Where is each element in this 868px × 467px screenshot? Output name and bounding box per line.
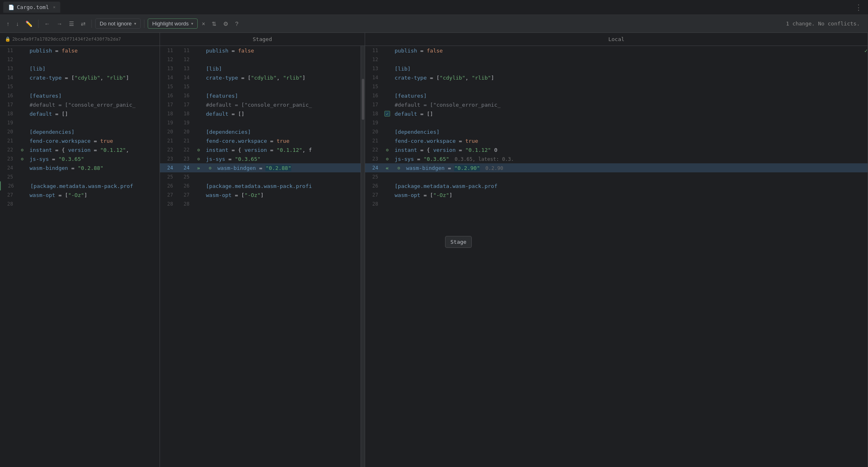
left-panel-header: 🔒 2bca4a9f7a17829dcc63f71434f2ef430f7b2d…	[0, 33, 160, 46]
up-button[interactable]: ↑	[4, 19, 12, 29]
right-line-11: 11 publish = false ✓	[365, 46, 868, 55]
middle-line-24: 24 24 » ⚙ wasm-bindgen = "0.2.88"	[160, 163, 365, 172]
do-not-ignore-button[interactable]: Do not ignore ▾	[95, 18, 141, 29]
left-line-23: 23 ⚙ js-sys = "0.3.65"	[0, 154, 160, 163]
toolbar: ↑ ↓ ✏️ ← → ☰ ⇄ Do not ignore ▾ Highlight…	[0, 15, 868, 33]
check-mark-r11: ✓	[864, 48, 868, 54]
close-icon[interactable]: ×	[53, 5, 55, 9]
middle-line-20: 20 20 [dependencies]	[160, 127, 365, 136]
middle-line-13: 13 13 [lib]	[160, 64, 365, 73]
swap-arrows-button[interactable]: ⇅	[209, 19, 219, 29]
swap-arrows-icon: ⇅	[212, 21, 217, 27]
diff-container: 🔒 2bca4a9f7a17829dcc63f71434f2ef430f7b2d…	[0, 33, 868, 467]
right-line-28: 28	[365, 199, 868, 208]
middle-line-26: 26 26 [package.metadata.wasm-pack.profi	[160, 181, 365, 190]
right-line-27: 27 wasm-opt = ["-Oz"]	[365, 190, 868, 199]
down-button[interactable]: ↓	[14, 19, 21, 29]
right-line-23: 23 ⚙ js-sys = "0.3.65" 0.3.65, latest: 0…	[365, 154, 868, 163]
right-line-20: 20 [dependencies]	[365, 127, 868, 136]
left-line-26: 26 [package.metadata.wasm-pack.prof	[0, 181, 160, 190]
left-panel: 🔒 2bca4a9f7a17829dcc63f71434f2ef430f7b2d…	[0, 33, 160, 467]
close-x-icon: ×	[202, 21, 205, 27]
merge-icon-right-23: ⚙	[386, 156, 389, 162]
tab-bar: 📄 Cargo.toml × ⋮	[0, 0, 868, 15]
middle-line-18: 18 18 default = []	[160, 109, 365, 118]
left-line-14: 14 crate-type = ["cdylib", "rlib"]	[0, 73, 160, 82]
left-line-11: 11 publish = false	[0, 46, 160, 55]
menu-icon[interactable]: ⋮	[852, 1, 865, 14]
help-icon: ?	[235, 21, 238, 27]
right-line-21: 21 fend-core.workspace = true	[365, 136, 868, 145]
highlight-words-button[interactable]: Highlight words ▾	[148, 18, 198, 29]
middle-line-16: 16 16 [features]	[160, 91, 365, 100]
merge-icon-mid-23: ⚙	[197, 156, 200, 162]
lock-icon: 🔒	[5, 37, 11, 42]
left-line-12: 12	[0, 55, 160, 64]
left-line-28: 28	[0, 199, 160, 208]
middle-panel: Staged 11 11 publish = false ✓ 12 12 13 …	[160, 33, 365, 467]
middle-line-25: 25 25	[160, 172, 365, 181]
close-button[interactable]: ×	[199, 19, 208, 29]
middle-line-28: 28 28	[160, 199, 365, 208]
left-line-25: 25	[0, 172, 160, 181]
file-icon: 📄	[8, 5, 14, 10]
merge-icon-left-23: ⚙	[21, 156, 24, 162]
left-line-19: 19	[0, 118, 160, 127]
file-tab[interactable]: 📄 Cargo.toml ×	[3, 2, 60, 13]
middle-line-22: 22 22 ⚙ instant = { version = "0.1.12", …	[160, 145, 365, 154]
middle-line-15: 15 15	[160, 82, 365, 91]
left-line-27: 27 wasm-opt = ["-Oz"]	[0, 190, 160, 199]
help-button[interactable]: ?	[233, 19, 241, 29]
middle-line-17: 17 17 #default = ["console_error_panic_	[160, 100, 365, 109]
right-line-16: 16 [features]	[365, 91, 868, 100]
list-icon: ☰	[69, 21, 74, 27]
scrollbar-thumb[interactable]	[362, 79, 364, 120]
settings-button[interactable]: ⚙	[221, 19, 231, 29]
down-arrow-icon: ↓	[16, 21, 19, 27]
local-panel-header: Local	[365, 33, 868, 46]
do-not-ignore-label: Do not ignore	[100, 21, 132, 27]
middle-line-12: 12 12	[160, 55, 365, 64]
right-line-25: 25	[365, 172, 868, 181]
middle-code-area[interactable]: 11 11 publish = false ✓ 12 12 13 13 [lib…	[160, 46, 365, 467]
right-code-area[interactable]: 11 publish = false ✓ 12 13 [lib] 14	[365, 46, 868, 467]
middle-line-14: 14 14 crate-type = ["cdylib", "rlib"]	[160, 73, 365, 82]
middle-line-21: 21 21 fend-core.workspace = true	[160, 136, 365, 145]
commit-hash: 2bca4a9f7a17829dcc63f71434f2ef430f7b2da7	[12, 37, 121, 42]
left-line-18: 18 default = []	[0, 109, 160, 118]
staged-label: Staged	[253, 36, 272, 42]
separator-2	[91, 20, 92, 28]
swap-icon: ⇄	[81, 21, 86, 27]
left-line-21: 21 fend-core.workspace = true	[0, 136, 160, 145]
merge-icon-left-22: ⚙	[21, 147, 24, 153]
left-line-24: 24 wasm-bindgen = "0.2.88"	[0, 163, 160, 172]
right-line-12: 12	[365, 55, 868, 64]
right-line-26: 26 [package.metadata.wasm-pack.prof	[365, 181, 868, 190]
separator-1	[38, 20, 39, 28]
forward-button[interactable]: →	[54, 19, 65, 29]
swap-button[interactable]: ⇄	[78, 19, 88, 29]
merge-icon-mid-22: ⚙	[197, 147, 200, 153]
chevron-down-icon: ▾	[134, 21, 136, 26]
list-button[interactable]: ☰	[66, 19, 77, 29]
right-line-14: 14 crate-type = ["cdylib", "rlib"]	[365, 73, 868, 82]
middle-scrollbar[interactable]	[361, 46, 365, 467]
back-button[interactable]: ←	[42, 19, 53, 29]
merge-icon-right-22: ⚙	[386, 147, 389, 153]
settings-icon: ⚙	[223, 21, 228, 27]
left-line-17: 17 #default = ["console_error_panic_	[0, 100, 160, 109]
middle-line-11: 11 11 publish = false ✓	[160, 46, 365, 55]
left-line-16: 16 [features]	[0, 91, 160, 100]
local-label: Local	[608, 36, 624, 42]
merge-icon-right-24[interactable]: ⚙	[397, 165, 400, 171]
right-line-18: 18 default = []	[365, 109, 868, 118]
middle-line-19: 19 19	[160, 118, 365, 127]
right-panel: Local 11 publish = false ✓ 12 13 [lib]	[365, 33, 868, 467]
line-18-checkbox[interactable]	[384, 111, 390, 117]
back-arrow-icon: ←	[44, 21, 50, 27]
highlight-words-label: Highlight words	[152, 21, 189, 27]
right-line-22: 22 ⚙ instant = { version = "0.1.12" 0	[365, 145, 868, 154]
edit-button[interactable]: ✏️	[23, 19, 35, 29]
right-line-13: 13 [lib]	[365, 64, 868, 73]
left-code-area[interactable]: 11 publish = false 12 13 [lib] 14 crate-…	[0, 46, 160, 467]
